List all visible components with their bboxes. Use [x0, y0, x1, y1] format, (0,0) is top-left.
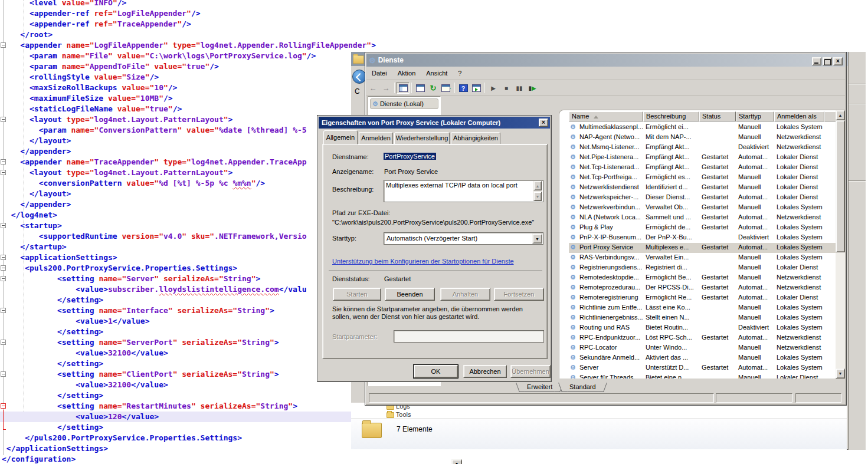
pause-service-icon[interactable]: ▮▮	[513, 82, 526, 94]
service-row[interactable]: ⚙Net.Msmq-Listener...Empfängt Akt...Deak…	[569, 143, 836, 153]
fold-marker[interactable]	[1, 276, 6, 281]
fold-marker[interactable]	[1, 265, 6, 271]
dialog-titlebar[interactable]: Eigenschaften von Port Proxy Service (Lo…	[319, 117, 550, 129]
service-name: Port Proxy Service	[577, 243, 643, 252]
service-row[interactable]: ⚙Remoteprozedurau...Der RPCSS-Di...Gesta…	[569, 283, 836, 293]
tab-abhaengigkeiten[interactable]: Abhängigkeiten	[451, 132, 500, 144]
close-button[interactable]: ×	[833, 57, 843, 65]
service-row[interactable]: ⚙Registrierungsdiens...Registriert di...…	[569, 263, 836, 273]
ok-button[interactable]: OK	[414, 365, 458, 378]
service-row[interactable]: ⚙ServerUnterstützt D...GestartetAutomat.…	[569, 363, 836, 373]
fold-marker[interactable]	[1, 170, 6, 175]
fold-marker[interactable]	[1, 340, 6, 345]
column-header-beschreibung[interactable]: Beschreibung	[643, 111, 699, 121]
service-row[interactable]: ⚙NAP-Agent (Netwo...Mit dem NAP-...Manue…	[569, 133, 836, 143]
uebernehmen-button[interactable]: Übernehmen	[510, 365, 551, 378]
properties-icon[interactable]	[414, 82, 427, 94]
close-icon[interactable]: ×	[539, 119, 548, 127]
menu-ansicht[interactable]: Ansicht	[421, 68, 453, 78]
service-row[interactable]: ⚙Port Proxy ServiceMultiplexes e...Gesta…	[569, 243, 836, 253]
properties-dialog: Eigenschaften von Port Proxy Service (Lo…	[317, 115, 552, 382]
fold-marker[interactable]	[1, 308, 6, 313]
maximize-button[interactable]	[823, 57, 832, 65]
service-row[interactable]: ⚙Richtlinienergebniss...Stellt einen N..…	[569, 313, 836, 323]
forward-icon[interactable]: →	[379, 82, 392, 94]
anhalten-button[interactable]: Anhalten	[440, 288, 490, 301]
service-row[interactable]: ⚙Richtlinie zum Entfe...Lässt eine Ko...…	[569, 303, 836, 313]
menu-datei[interactable]: Datei	[366, 68, 392, 78]
service-row[interactable]: ⚙Net.Tcp-Portfreiga...Ermöglicht es...Ge…	[569, 173, 836, 183]
service-row[interactable]: ⚙Server für Threads...Bietet eine n...Ma…	[569, 373, 836, 379]
tab-erweitert[interactable]: Erweitert	[520, 383, 559, 392]
column-header-name[interactable]: Name	[569, 111, 643, 121]
start-service-icon[interactable]: ▶	[487, 82, 500, 94]
service-logon: Lokales System	[774, 354, 824, 363]
service-row[interactable]: ⚙RPC-Endpunktzuor...Löst RPC-Sch...Gesta…	[569, 333, 836, 343]
fold-marker-changed[interactable]	[1, 403, 6, 409]
beschreibung-field[interactable]: Multiplexes external TCP/IP data on loca…	[384, 180, 543, 202]
service-row[interactable]: ⚙RPC-LocatorUnter Windo...ManuellNetzwer…	[569, 343, 836, 353]
vertical-scrollbar[interactable]: ▲ ▼	[836, 110, 845, 379]
tab-allgemein[interactable]: Allgemein	[323, 130, 358, 144]
refresh-icon[interactable]: ↻	[427, 82, 440, 94]
fold-marker[interactable]	[1, 117, 6, 122]
service-row[interactable]: ⚙Sekundäre Anmeld...Aktiviert das ...Man…	[569, 353, 836, 363]
abbrechen-button[interactable]: Abbrechen	[463, 365, 507, 378]
taskpad-icon[interactable]	[470, 82, 483, 94]
beenden-button[interactable]: Beenden	[385, 288, 435, 301]
service-row[interactable]: ⚙NetzwerklistendienstIdentifiziert d...G…	[569, 183, 836, 193]
service-row[interactable]: ⚙RAS-Verbindungsv...Verwaltet Ein...Manu…	[569, 253, 836, 263]
service-row[interactable]: ⚙PnP-X-IP-Busenum...Der PnP-X-Bu...Deakt…	[569, 233, 836, 243]
menu-hilfe[interactable]: ?	[453, 68, 467, 78]
fold-marker[interactable]	[1, 371, 6, 377]
services-titlebar[interactable]: ⚙ Dienste ×	[366, 54, 845, 67]
back-icon[interactable]: ←	[366, 82, 379, 94]
service-row[interactable]: ⚙Net.Pipe-Listenera...Empfängt Akt...Ges…	[569, 153, 836, 163]
scrollbar-thumb[interactable]	[836, 120, 845, 252]
help-icon[interactable]: ?	[457, 82, 470, 94]
fold-marker[interactable]	[1, 42, 6, 48]
service-row[interactable]: ⚙Remotedesktopdie...Ermöglicht Be...Gest…	[569, 273, 836, 283]
tab-anmelden[interactable]: Anmelden	[359, 132, 393, 144]
startoptionen-hilfe-link[interactable]: Unterstützung beim Konfigurieren der Sta…	[332, 258, 514, 265]
chevron-down-icon[interactable]: ▼	[532, 233, 542, 243]
fortsetzen-button[interactable]: Fortsetzen	[494, 288, 544, 301]
export-list-icon[interactable]: ▶	[440, 82, 453, 94]
fold-marker[interactable]	[1, 223, 6, 228]
show-tree-icon[interactable]	[397, 82, 410, 94]
fold-marker[interactable]	[1, 255, 6, 260]
service-row[interactable]: ⚙Plug & PlayErmöglicht de...GestartetAut…	[569, 223, 836, 233]
service-status	[699, 374, 736, 379]
column-header-anmeldenals[interactable]: Anmelden als	[774, 111, 824, 121]
column-header-starttyp[interactable]: Starttyp	[736, 111, 774, 121]
list-item[interactable]: Tools	[386, 411, 411, 419]
service-row[interactable]: ⚙NLA (Network Loca...Sammelt und ...Gest…	[569, 213, 836, 223]
restart-service-icon[interactable]: ▮▶	[526, 82, 539, 94]
menu-aktion[interactable]: Aktion	[392, 68, 421, 78]
tree-item-dienste-lokal[interactable]: ⚙ Dienste (Lokal)	[370, 98, 438, 109]
service-row[interactable]: ⚙Net.Tcp-Listenerad...Empfängt Akt...Ges…	[569, 163, 836, 173]
minimize-button[interactable]	[812, 57, 821, 65]
service-row[interactable]: ⚙Routing und RASBietet Routin...Deaktivi…	[569, 323, 836, 333]
column-header-status[interactable]: Status	[699, 111, 736, 121]
dropdown-button[interactable]: ▼	[451, 459, 462, 464]
scroll-up-icon[interactable]: ▲	[836, 110, 845, 120]
tab-standard[interactable]: Standard	[562, 383, 603, 392]
tab-wiederherstellung[interactable]: Wiederherstellung	[394, 132, 450, 144]
starten-button[interactable]: Starten	[333, 288, 381, 301]
starttyp-combobox[interactable]: Automatisch (Verzögerter Start) ▼	[384, 232, 543, 245]
service-row[interactable]: ⚙Multimediaklassenpl...Ermöglicht ei...M…	[569, 123, 836, 133]
beschreibung-scrollbar[interactable]: ▲ ▼	[533, 181, 542, 201]
service-status: Gestartet	[699, 284, 736, 292]
scroll-up-icon[interactable]: ▲	[533, 181, 542, 190]
services-list-panel: NameBeschreibungStatusStarttypAnmelden a…	[559, 110, 845, 379]
stop-service-icon[interactable]: ■	[500, 82, 513, 94]
fold-marker[interactable]	[1, 159, 6, 164]
startparameter-input[interactable]	[394, 330, 544, 343]
service-row[interactable]: ⚙Netzwerkverbindun...Verwaltet Ob...Gest…	[569, 203, 836, 213]
service-name: NAP-Agent (Netwo...	[577, 133, 643, 142]
service-row[interactable]: ⚙RemoteregistrierungErmöglicht Re...Gest…	[569, 293, 836, 303]
scroll-down-icon[interactable]: ▼	[836, 368, 845, 379]
scroll-down-icon[interactable]: ▼	[533, 192, 542, 201]
service-row[interactable]: ⚙Netzwerkspeicher-...Dieser Dienst...Ges…	[569, 193, 836, 203]
